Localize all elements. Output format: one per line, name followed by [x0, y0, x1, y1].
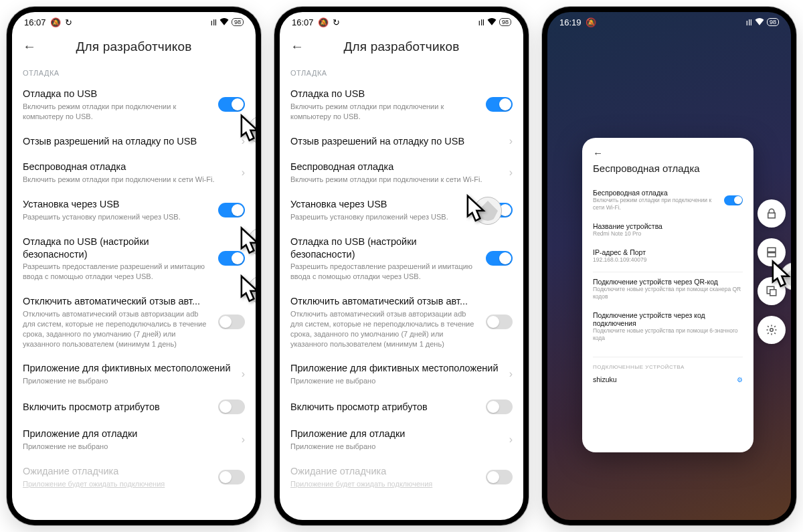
row-install-usb[interactable]: Установка через USB Разрешить установку … [290, 191, 513, 229]
row-ip-port[interactable]: IP-адрес & Порт 192.168.0.109:40079 [593, 243, 743, 269]
chevron-right-icon: › [509, 135, 513, 147]
wifi-icon [487, 17, 497, 27]
floating-window-button[interactable] [757, 277, 786, 305]
sync-icon: ↻ [65, 17, 72, 27]
screen-1: 16:07 🔕 ↻ ıll 98 ← Для разработчиков ОТЛ… [12, 12, 256, 520]
row-usb-security[interactable]: Отладка по USB (настройки безопасности) … [290, 229, 513, 288]
back-button[interactable]: ← [290, 39, 310, 54]
svg-rect-0 [768, 248, 776, 252]
row-auto-revoke[interactable]: Отключить автоматический отзыв авт... От… [290, 288, 513, 355]
row-usb-debug[interactable]: Отладка по USB Включить режим отладки пр… [290, 81, 513, 128]
row-wireless-debug[interactable]: Беспроводная отладка Включить режим отла… [290, 154, 513, 191]
row-wait-debugger: Ожидание отладчика Приложение будет ожид… [23, 458, 245, 496]
status-bar: 16:07 🔕 ↻ ıll 98 [280, 12, 523, 32]
status-bar: 16:19 🔕 ıll 98 [547, 12, 791, 32]
battery-icon: 98 [232, 18, 244, 26]
back-button[interactable]: ← [23, 39, 43, 54]
page-title: Для разработчиков [310, 39, 493, 54]
row-view-attributes[interactable]: Включить просмотр атрибутов [23, 393, 245, 421]
row-view-attributes[interactable]: Включить просмотр атрибутов [290, 393, 513, 421]
row-usb-debug[interactable]: Отладка по USB Включить режим отладки пр… [23, 81, 245, 128]
toggle-wait-debugger [218, 470, 245, 484]
status-time: 16:19 [559, 17, 582, 27]
phone-frame-2: 16:07 🔕 ↻ ıll 98 ← Для разработчиков ОТЛ… [274, 7, 529, 525]
gear-icon[interactable]: ⚙ [737, 376, 743, 383]
toggle-install-usb[interactable] [218, 203, 245, 217]
section-debug-label: ОТЛАДКА [290, 62, 513, 81]
phone-frame-1: 16:07 🔕 ↻ ıll 98 ← Для разработчиков ОТЛ… [7, 7, 261, 525]
wifi-icon [219, 17, 229, 27]
svg-point-4 [770, 329, 774, 332]
svg-rect-3 [770, 290, 776, 296]
toggle-usb-security[interactable] [218, 251, 245, 266]
battery-icon: 98 [767, 18, 779, 26]
chevron-right-icon: › [242, 434, 245, 446]
signal-icon: ıll [746, 17, 752, 27]
wifi-icon [755, 17, 764, 27]
section-debug-label: ОТЛАДКА [23, 62, 245, 81]
phone-frame-3: 16:19 🔕 ıll 98 ← Беспроводная отладка Бе… [542, 7, 796, 525]
page-title: Для разработчиков [43, 39, 225, 54]
sync-icon: ↻ [333, 17, 340, 27]
row-wireless-debug-toggle[interactable]: Беспроводная отладка Включить режим отла… [593, 183, 743, 217]
screen-3-recents: 16:19 🔕 ıll 98 ← Беспроводная отладка Бе… [547, 12, 791, 520]
toggle-auto-revoke[interactable] [486, 315, 513, 329]
dnd-icon: 🔕 [586, 17, 596, 27]
chevron-right-icon: › [242, 368, 245, 380]
dnd-icon: 🔕 [50, 17, 61, 27]
chevron-right-icon: › [242, 135, 245, 147]
toggle-install-usb[interactable] [486, 203, 513, 217]
toggle-wireless-debug[interactable] [724, 195, 743, 205]
row-pair-qr[interactable]: Подключение устройств через QR-код Подкл… [593, 272, 743, 306]
recents-side-buttons [757, 199, 786, 344]
row-revoke-usb[interactable]: Отзыв разрешений на отладку по USB › [23, 128, 245, 155]
toggle-usb-debug[interactable] [218, 97, 245, 112]
toggle-wait-debugger [486, 470, 513, 484]
signal-icon: ıll [211, 17, 217, 27]
dnd-icon: 🔕 [318, 17, 329, 27]
chevron-right-icon: › [509, 167, 513, 179]
row-device-name[interactable]: Название устройства Redmi Note 10 Pro [593, 217, 743, 243]
toggle-auto-revoke[interactable] [218, 315, 245, 329]
battery-icon: 98 [499, 18, 511, 26]
toggle-usb-debug[interactable] [486, 97, 513, 112]
row-pair-code[interactable]: Подключение устройств через код подключе… [593, 306, 743, 347]
row-wireless-debug[interactable]: Беспроводная отладка Включить режим отла… [23, 154, 245, 191]
toggle-usb-security[interactable] [486, 251, 513, 266]
screen-2: 16:07 🔕 ↻ ıll 98 ← Для разработчиков ОТЛ… [280, 12, 523, 520]
chevron-right-icon: › [509, 368, 513, 380]
row-auto-revoke[interactable]: Отключить автоматический отзыв авт... От… [23, 288, 245, 355]
row-connected-device[interactable]: shizuku ⚙ [593, 370, 743, 389]
row-install-usb[interactable]: Установка через USB Разрешить установку … [23, 191, 245, 229]
toggle-view-attributes[interactable] [218, 400, 245, 414]
row-wait-debugger: Ожидание отладчика Приложение будет ожид… [290, 458, 513, 496]
connected-devices-label: ПОДКЛЮЧЕННЫЕ УСТРОЙСТВА [593, 357, 743, 370]
row-usb-security[interactable]: Отладка по USB (настройки безопасности) … [23, 229, 245, 288]
chevron-right-icon: › [509, 434, 513, 446]
status-time: 16:07 [292, 17, 314, 27]
row-revoke-usb[interactable]: Отзыв разрешений на отладку по USB › [290, 128, 513, 155]
row-mock-location[interactable]: Приложение для фиктивных местоположений … [290, 355, 513, 393]
row-mock-location[interactable]: Приложение для фиктивных местоположений … [23, 355, 245, 393]
signal-icon: ıll [478, 17, 484, 27]
row-debug-app[interactable]: Приложение для отладки Приложение не выб… [290, 421, 513, 458]
status-bar: 16:07 🔕 ↻ ıll 98 [12, 12, 256, 32]
svg-rect-1 [768, 253, 776, 257]
row-debug-app[interactable]: Приложение для отладки Приложение не выб… [23, 421, 245, 458]
chevron-right-icon: › [242, 167, 245, 179]
recents-card-wireless-debug[interactable]: ← Беспроводная отладка Беспроводная отла… [582, 138, 753, 452]
settings-button[interactable] [757, 316, 786, 344]
toggle-view-attributes[interactable] [486, 400, 513, 414]
lock-button[interactable] [757, 199, 786, 228]
status-time: 16:07 [24, 17, 46, 27]
card-title: Беспроводная отладка [593, 163, 743, 174]
split-screen-button[interactable] [757, 238, 786, 266]
back-button[interactable]: ← [593, 147, 613, 159]
